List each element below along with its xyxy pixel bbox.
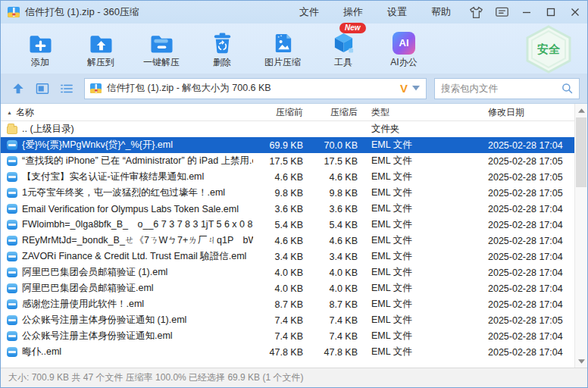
size-before: 5.4 KB	[253, 220, 308, 230]
image-compress-label: 图片压缩	[264, 56, 301, 69]
search-icon[interactable]	[561, 83, 573, 94]
column-size-before[interactable]: 压缩前	[253, 106, 308, 119]
file-name: 公众账号注册主体身份验证通知 (1).eml	[22, 314, 186, 327]
column-date[interactable]: 修改日期	[483, 106, 574, 119]
file-row[interactable]: Email Verification for Olympus Labs Toke…	[1, 201, 574, 217]
security-shield-badge[interactable]: 安全	[524, 25, 574, 74]
file-row[interactable]: 公众账号注册主体身份验证通知 (1).eml 7.4 KB 7.4 KB EML…	[1, 312, 574, 328]
feedback-icon[interactable]	[489, 1, 514, 23]
scrollbar-up-icon[interactable]	[575, 104, 587, 117]
delete-button[interactable]: 删除	[192, 25, 252, 72]
size-after: 70.0 KB	[308, 140, 362, 151]
ai-office-label: AI办公	[390, 56, 417, 69]
address-row: 信件打包 (1).zip - 解包大小为 700.6 KB V	[1, 74, 587, 104]
file-name: .. (上级目录)	[22, 123, 74, 136]
file-name: 感谢您注册使用此软件！.eml	[22, 298, 144, 311]
file-name: “查找我的 iPhone” 已在 “Administrator” 的 iPad …	[22, 155, 253, 167]
file-type: EML 文件	[362, 218, 483, 231]
file-type: EML 文件	[362, 171, 483, 183]
size-after: 4.6 KB	[308, 172, 362, 183]
file-row[interactable]: “查找我的 iPhone” 已在 “Administrator” 的 iPad …	[1, 153, 574, 169]
menu-action[interactable]: 操作	[331, 1, 375, 23]
add-button[interactable]: 添加	[10, 25, 70, 72]
modified-date: 2025-02-28 17:04	[483, 236, 574, 246]
archive-path-text: 信件打包 (1).zip - 解包大小为 700.6 KB	[107, 82, 396, 95]
file-name: 公众账号注册主体身份验证通知.eml	[22, 330, 173, 343]
file-row[interactable]: FWloimbh=_0lga8bfk_B_ o__6 7 3 7 8 3 1jT…	[1, 217, 574, 233]
file-row[interactable]: 阿里巴巴集团会员邮箱验证 (1).eml 4.0 KB 4.0 KB EML 文…	[1, 264, 574, 280]
column-size-after[interactable]: 压缩后	[308, 106, 362, 119]
image-compress-button[interactable]: 图片压缩	[252, 25, 313, 72]
ai-office-icon: AI	[393, 29, 415, 55]
file-name: 【支付宝】实名认证-证件审核结果通知.eml	[22, 171, 204, 183]
modified-date: 2025-02-28 17:04	[483, 140, 574, 151]
file-type: EML 文件	[362, 314, 483, 327]
size-after: 4.0 KB	[308, 268, 362, 278]
file-row[interactable]: 阿里巴巴集团会员邮箱验证.eml 4.0 KB 4.0 KB EML 文件 20…	[1, 280, 574, 296]
security-shield-label: 安全	[537, 42, 560, 57]
file-row[interactable]: {爱}%{票}MPgWnkv{贷}^_%{开}.eml 69.9 KB 70.0…	[1, 137, 574, 153]
extract-to-button[interactable]: 解压到	[70, 25, 131, 72]
file-icon	[7, 268, 17, 277]
column-type[interactable]: 类型	[362, 106, 483, 119]
column-name[interactable]: ▲ 名称	[1, 106, 253, 119]
ai-office-button[interactable]: AI AI办公	[374, 25, 434, 72]
tools-button[interactable]: New 工具	[313, 25, 374, 72]
status-text: 大小: 700.9 KB 共 47 个文件 压缩率 100.0% 已经选择 69…	[8, 371, 303, 384]
file-row[interactable]: .. (上级目录) 文件夹	[1, 121, 574, 137]
file-row[interactable]: 感谢您注册使用此软件！.eml 8.7 KB 8.7 KB EML 文件 202…	[1, 296, 574, 312]
file-row[interactable]: 晦仆..eml 47.8 KB 47.8 KB EML 文件 2025-02-2…	[1, 344, 574, 360]
modified-date: 2025-02-28 17:04	[483, 299, 574, 310]
file-type: EML 文件	[362, 298, 483, 311]
file-row[interactable]: 【支付宝】实名认证-证件审核结果通知.eml 4.6 KB 4.6 KB EML…	[1, 169, 574, 185]
new-badge: New	[339, 23, 366, 33]
size-before: 69.9 KB	[253, 140, 308, 151]
menu-file[interactable]: 文件	[287, 1, 331, 23]
modified-date: 2025-02-28 17:05	[483, 172, 574, 183]
file-type: EML 文件	[362, 202, 483, 215]
size-after: 17.5 KB	[308, 156, 362, 167]
size-after: 7.4 KB	[308, 315, 362, 326]
minimize-button[interactable]	[514, 1, 539, 23]
file-row[interactable]: ZAVORi Finance & Credit Ltd. Trust Email…	[1, 249, 574, 264]
window-controls	[514, 1, 587, 23]
file-row[interactable]: 1元夺宝年终奖，屯一波猛烈的红包过壕年！.eml 9.8 KB 9.8 KB E…	[1, 185, 574, 201]
size-after: 4.0 KB	[308, 283, 362, 294]
vertical-scrollbar[interactable]	[574, 104, 587, 368]
path-dropdown[interactable]: V	[400, 82, 421, 95]
preview-pane-icon[interactable]	[33, 79, 52, 99]
modified-date: 2025-02-28 17:04	[483, 347, 574, 358]
file-row[interactable]: 公众账号注册主体身份验证通知.eml 7.4 KB 7.4 KB EML 文件 …	[1, 328, 574, 344]
file-icon	[7, 299, 17, 309]
size-after: 3.6 KB	[308, 204, 362, 214]
file-icon	[7, 140, 17, 150]
modified-date: 2025-02-28 17:05	[483, 188, 574, 199]
file-name: FWloimbh=_0lga8bfk_B_ o__6 7 3 7 8 3 1jT…	[22, 218, 253, 231]
menu-help[interactable]: 帮助	[419, 1, 463, 23]
up-directory-icon[interactable]	[8, 79, 28, 99]
skin-theme-icon[interactable]	[463, 1, 489, 23]
search-input[interactable]	[441, 83, 561, 94]
modified-date: 2025-02-28 17:04	[483, 204, 574, 214]
file-name: 1元夺宝年终奖，屯一波猛烈的红包过壕年！.eml	[22, 186, 225, 199]
size-before: 4.0 KB	[253, 268, 308, 278]
list-view-icon[interactable]	[57, 79, 77, 99]
size-after: 4.6 KB	[308, 236, 362, 246]
scrollbar-down-icon[interactable]	[575, 355, 587, 368]
archive-path-bar[interactable]: 信件打包 (1).zip - 解包大小为 700.6 KB V	[84, 78, 427, 99]
file-name: ZAVORi Finance & Credit Ltd. Trust Email…	[22, 250, 246, 263]
file-icon	[7, 188, 17, 198]
file-icon	[7, 283, 17, 293]
menu-settings[interactable]: 设置	[375, 1, 419, 23]
close-button[interactable]	[563, 1, 587, 23]
file-type: EML 文件	[362, 155, 483, 167]
one-click-extract-button[interactable]: 一键解压	[131, 25, 192, 72]
file-row[interactable]: REyMrMtJd=_bondk_B_ㄝ《7ㄋWㄅ7+ㄌ厂ㄐq1P bWtㄅ..…	[1, 233, 574, 249]
maximize-button[interactable]	[539, 1, 563, 23]
scrollbar-thumb[interactable]	[576, 117, 586, 187]
size-after: 8.7 KB	[308, 299, 362, 310]
zip-app-icon	[7, 6, 20, 18]
size-before: 4.6 KB	[253, 172, 308, 183]
file-icon	[7, 172, 17, 182]
column-header-row: ▲ 名称 压缩前 压缩后 类型 修改日期	[1, 104, 574, 121]
